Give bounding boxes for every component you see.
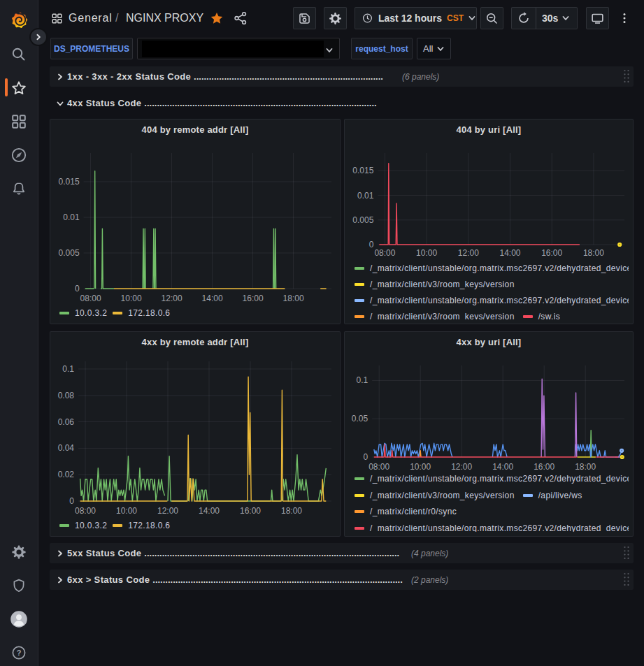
- svg-text:0.015: 0.015: [59, 177, 80, 187]
- svg-text:14:00: 14:00: [202, 294, 223, 303]
- svg-text:12:00: 12:00: [162, 294, 183, 303]
- svg-text:10:00: 10:00: [116, 506, 137, 516]
- svg-text:0.01: 0.01: [63, 212, 80, 222]
- svg-text:0.06: 0.06: [58, 417, 75, 427]
- svg-text:0: 0: [369, 240, 374, 249]
- svg-text:16:00: 16:00: [541, 248, 562, 258]
- svg-text:0.01: 0.01: [357, 191, 374, 201]
- svg-text:0.005: 0.005: [59, 248, 80, 258]
- svg-text:0: 0: [364, 452, 368, 462]
- svg-text:16:00: 16:00: [534, 462, 554, 472]
- svg-text:12:00: 12:00: [458, 248, 479, 258]
- svg-text:?: ?: [17, 649, 22, 657]
- svg-text:08:00: 08:00: [75, 506, 96, 516]
- svg-text:10:00: 10:00: [410, 462, 431, 472]
- svg-text:10:00: 10:00: [121, 294, 142, 303]
- svg-text:0.02: 0.02: [58, 470, 75, 479]
- svg-text:18:00: 18:00: [583, 248, 604, 258]
- svg-text:0.08: 0.08: [58, 391, 75, 400]
- svg-text:14:00: 14:00: [499, 248, 520, 258]
- svg-text:18:00: 18:00: [283, 294, 304, 303]
- svg-text:16:00: 16:00: [243, 294, 264, 303]
- svg-text:0.1: 0.1: [62, 364, 74, 374]
- svg-text:18:00: 18:00: [281, 506, 302, 516]
- svg-text:14:00: 14:00: [492, 462, 513, 472]
- svg-text:0.05: 0.05: [352, 414, 368, 424]
- svg-text:10:00: 10:00: [416, 248, 437, 258]
- svg-text:0.1: 0.1: [357, 375, 368, 385]
- svg-text:0.015: 0.015: [352, 166, 373, 175]
- svg-text:08:00: 08:00: [368, 462, 389, 472]
- svg-text:18:00: 18:00: [575, 462, 596, 472]
- svg-text:16:00: 16:00: [240, 506, 261, 516]
- svg-text:0: 0: [75, 284, 80, 294]
- svg-text:0: 0: [69, 496, 74, 506]
- svg-text:12:00: 12:00: [157, 506, 178, 516]
- svg-text:0.04: 0.04: [58, 443, 75, 453]
- svg-text:0.005: 0.005: [352, 215, 373, 225]
- svg-text:14:00: 14:00: [199, 506, 220, 516]
- svg-text:08:00: 08:00: [374, 248, 395, 258]
- svg-text:12:00: 12:00: [451, 462, 472, 472]
- svg-text:08:00: 08:00: [80, 294, 101, 303]
